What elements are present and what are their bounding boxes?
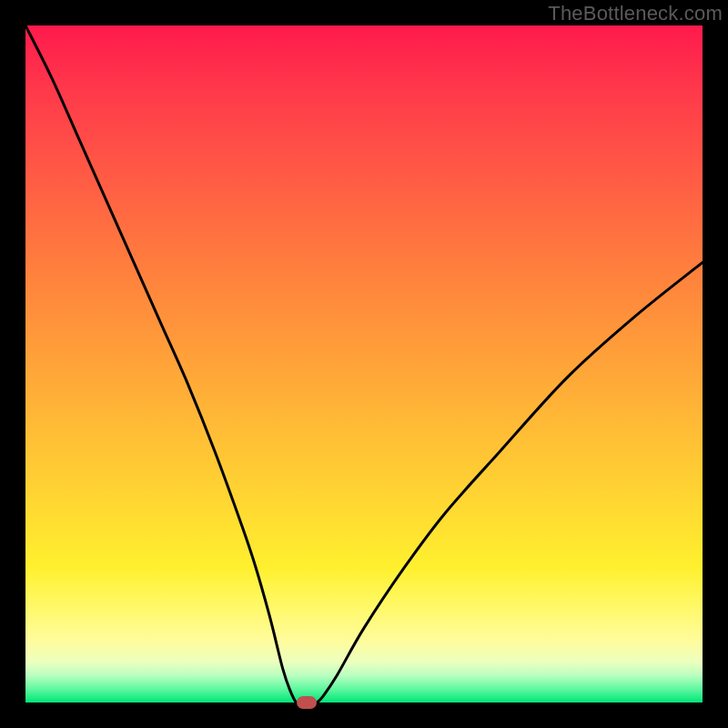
optimal-marker (297, 696, 317, 709)
plot-area (25, 25, 703, 703)
curve-svg (25, 25, 703, 703)
watermark-text: TheBottleneck.com (548, 2, 723, 25)
chart-frame: TheBottleneck.com (0, 0, 728, 728)
bottleneck-curve (25, 25, 703, 703)
